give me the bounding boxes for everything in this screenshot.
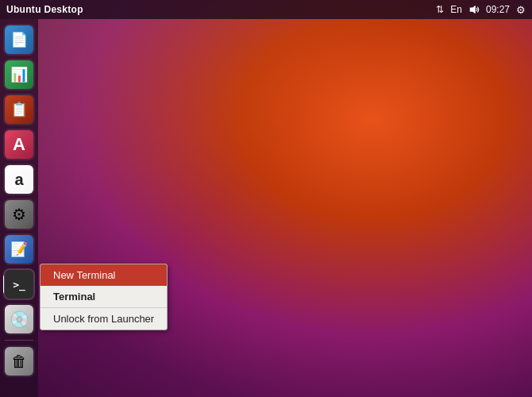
panel-right: ⇅ En 09:27 ⚙ bbox=[436, 4, 526, 16]
context-menu-item-terminal[interactable]: Terminal bbox=[40, 286, 167, 307]
amazon-icon: a bbox=[5, 165, 33, 194]
panel-left: Ubuntu Desktop bbox=[6, 4, 83, 15]
launcher-item-writer[interactable] bbox=[3, 24, 35, 56]
launcher-divider bbox=[5, 340, 33, 341]
editor-icon: 📝 bbox=[5, 235, 33, 264]
launcher-item-dvd[interactable]: 💿 bbox=[3, 303, 35, 335]
svg-marker-0 bbox=[470, 6, 476, 14]
launcher-item-impress[interactable] bbox=[3, 94, 35, 125]
calc-icon bbox=[5, 60, 33, 89]
settings-icon-panel[interactable]: ⚙ bbox=[516, 4, 526, 16]
launcher-item-settings[interactable]: ⚙ bbox=[3, 198, 35, 230]
context-menu-item-new-terminal[interactable]: New Terminal bbox=[40, 264, 167, 286]
impress-icon bbox=[5, 95, 33, 124]
sort-indicator[interactable]: ⇅ bbox=[436, 4, 444, 15]
font-icon: A bbox=[5, 130, 33, 159]
writer-icon bbox=[5, 25, 33, 54]
dvd-icon: 💿 bbox=[5, 305, 33, 333]
launcher-item-calc[interactable] bbox=[3, 59, 35, 91]
terminal-icon: >_ bbox=[5, 270, 33, 299]
panel-title: Ubuntu Desktop bbox=[6, 4, 83, 15]
clock[interactable]: 09:27 bbox=[486, 4, 510, 15]
top-panel: Ubuntu Desktop ⇅ En 09:27 ⚙ bbox=[0, 0, 532, 19]
context-menu-item-unlock[interactable]: Unlock from Launcher bbox=[40, 307, 167, 330]
volume-indicator[interactable] bbox=[468, 4, 480, 15]
desktop: Ubuntu Desktop ⇅ En 09:27 ⚙ bbox=[0, 0, 532, 397]
launcher-item-trash[interactable]: 🗑 bbox=[3, 345, 35, 377]
context-menu: New Terminal Terminal Unlock from Launch… bbox=[40, 264, 168, 330]
launcher: A a ⚙ 📝 >_ 💿 🗑 bbox=[0, 19, 38, 397]
language-indicator[interactable]: En bbox=[450, 4, 462, 15]
launcher-item-amazon[interactable]: a bbox=[3, 164, 35, 195]
trash-icon: 🗑 bbox=[5, 347, 33, 376]
launcher-item-editor[interactable]: 📝 bbox=[3, 233, 35, 265]
launcher-item-font[interactable]: A bbox=[3, 129, 35, 160]
launcher-item-terminal[interactable]: >_ bbox=[3, 268, 35, 300]
settings-icon: ⚙ bbox=[5, 200, 33, 229]
volume-icon bbox=[468, 4, 480, 15]
